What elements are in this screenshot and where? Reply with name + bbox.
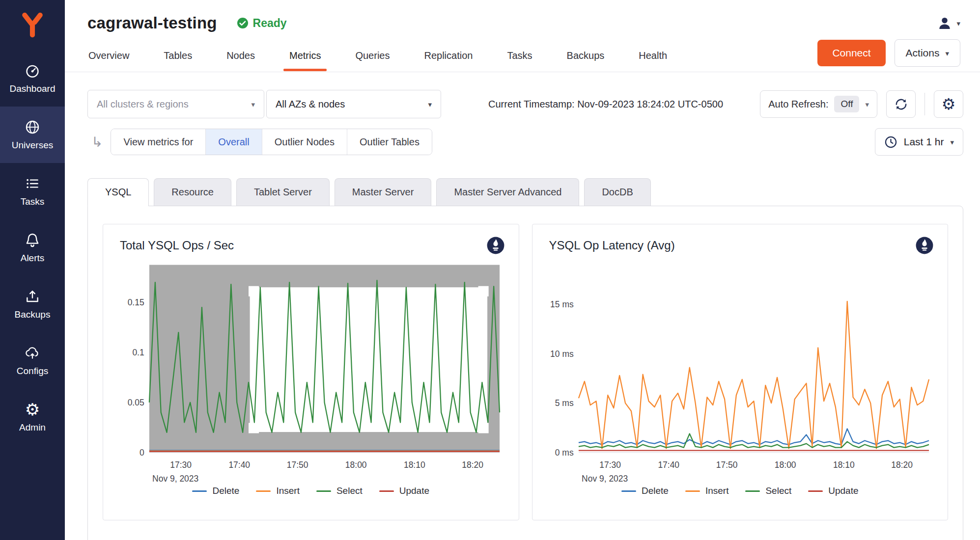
check-circle-icon — [237, 17, 249, 29]
legend-swatch — [316, 490, 331, 492]
azs-nodes-value: All AZs & nodes — [276, 99, 345, 110]
tasks-icon — [25, 175, 40, 192]
sidebar-item-universes[interactable]: Universes — [0, 107, 65, 163]
sidebar-item-backups[interactable]: Backups — [0, 276, 65, 332]
time-range-value: Last 1 hr — [904, 136, 944, 148]
sidebar-item-admin[interactable]: ⚙ Admin — [0, 389, 65, 445]
svg-text:5 ms: 5 ms — [555, 398, 573, 408]
metric-tab-master-server-advanced[interactable]: Master Server Advanced — [436, 178, 579, 206]
actions-button-label: Actions — [906, 47, 940, 59]
svg-text:17:30: 17:30 — [599, 460, 621, 470]
svg-text:15 ms: 15 ms — [550, 299, 574, 309]
svg-text:0.15: 0.15 — [128, 297, 144, 307]
connect-button[interactable]: Connect — [817, 40, 885, 66]
azs-nodes-select[interactable]: All AZs & nodes ▾ — [266, 90, 441, 118]
metric-tab-tablet-server[interactable]: Tablet Server — [236, 178, 330, 206]
metric-tab-ysql[interactable]: YSQL — [87, 178, 149, 206]
chart-header: Total YSQL Ops / Sec — [114, 235, 508, 255]
auto-refresh-value: Off — [834, 96, 859, 112]
clock-icon — [884, 135, 897, 149]
configs-icon — [25, 345, 40, 361]
chart-legend: Delete Insert Select Update — [543, 486, 937, 496]
chart-title: YSQL Op Latency (Avg) — [549, 239, 675, 252]
tab-queries[interactable]: Queries — [354, 40, 391, 71]
tab-replication[interactable]: Replication — [423, 40, 474, 71]
legend-swatch — [621, 490, 636, 492]
legend-swatch — [745, 490, 760, 492]
tab-overview[interactable]: Overview — [87, 40, 130, 71]
ysql-latency-chart[interactable]: 17:3017:4017:5018:0018:1018:200 ms5 ms10… — [543, 257, 937, 485]
metric-tab-docdb[interactable]: DocDB — [584, 178, 650, 206]
svg-text:17:50: 17:50 — [716, 460, 737, 470]
dashboard-icon — [25, 62, 40, 79]
clusters-regions-value: All clusters & regions — [97, 99, 189, 110]
tab-backups[interactable]: Backups — [566, 40, 606, 71]
legend-item-delete[interactable]: Delete — [621, 486, 669, 496]
user-menu-button[interactable]: ▾ — [937, 15, 960, 31]
sidebar-item-dashboard[interactable]: Dashboard — [0, 50, 65, 107]
svg-text:0.1: 0.1 — [132, 348, 144, 357]
svg-text:17:40: 17:40 — [658, 460, 679, 470]
sidebar-item-label: Tasks — [21, 196, 45, 207]
actions-button[interactable]: Actions ▾ — [895, 39, 960, 67]
tab-metrics[interactable]: Metrics — [288, 40, 322, 71]
sidebar-item-tasks[interactable]: Tasks — [0, 163, 65, 219]
legend-item-update[interactable]: Update — [379, 486, 429, 496]
metric-tabs: YSQL Resource Tablet Server Master Serve… — [87, 178, 963, 206]
metric-tab-resource[interactable]: Resource — [154, 178, 231, 206]
refresh-icon — [894, 97, 908, 111]
universes-icon — [25, 119, 40, 135]
sidebar-item-label: Universes — [12, 140, 53, 151]
zoom-selection-overlay[interactable] — [149, 265, 500, 452]
time-range-select[interactable]: Last 1 hr ▾ — [875, 128, 963, 156]
selection-corner-bracket[interactable] — [478, 423, 487, 432]
yugabyte-logo[interactable] — [0, 0, 65, 50]
legend-swatch — [379, 490, 394, 492]
tab-tasks[interactable]: Tasks — [506, 40, 533, 71]
caret-down-icon: ▾ — [950, 138, 954, 146]
legend-item-select[interactable]: Select — [745, 486, 791, 496]
subdirectory-arrow-icon: ↳ — [91, 134, 103, 150]
toggle-overall[interactable]: Overall — [205, 129, 261, 155]
auto-refresh-select[interactable]: Auto Refresh: Off ▾ — [760, 90, 877, 118]
legend-item-insert[interactable]: Insert — [256, 486, 300, 496]
svg-text:0: 0 — [140, 448, 144, 458]
clusters-regions-select[interactable]: All clusters & regions ▾ — [87, 90, 264, 118]
selection-corner-bracket[interactable] — [250, 423, 259, 432]
svg-text:Nov 9, 2023: Nov 9, 2023 — [582, 474, 628, 484]
svg-text:0.05: 0.05 — [128, 398, 144, 407]
chart-title: Total YSQL Ops / Sec — [120, 239, 234, 252]
sidebar-item-alerts[interactable]: Alerts — [0, 219, 65, 276]
toggle-outlier-nodes[interactable]: Outlier Nodes — [262, 129, 347, 155]
legend-swatch — [256, 490, 271, 492]
prometheus-icon[interactable] — [915, 236, 934, 255]
svg-text:17:40: 17:40 — [228, 460, 250, 470]
legend-swatch — [192, 490, 207, 492]
toggle-outlier-tables[interactable]: Outlier Tables — [347, 129, 432, 155]
sidebar-item-configs[interactable]: Configs — [0, 332, 65, 389]
sidebar-item-label: Dashboard — [10, 83, 56, 94]
legend-swatch — [808, 490, 823, 492]
prometheus-icon[interactable] — [486, 236, 505, 255]
selection-corner-bracket[interactable] — [478, 287, 487, 296]
tab-nodes[interactable]: Nodes — [225, 40, 256, 71]
legend-label: Update — [828, 486, 858, 496]
chart-card-ysql-latency: YSQL Op Latency (Avg) 17:3017:4017:5018:… — [532, 224, 949, 520]
legend-item-delete[interactable]: Delete — [192, 486, 239, 496]
legend-item-insert[interactable]: Insert — [685, 486, 729, 496]
selection-corner-bracket[interactable] — [250, 287, 259, 296]
status-text: Ready — [253, 17, 287, 30]
tab-tables[interactable]: Tables — [163, 40, 193, 71]
legend-item-select[interactable]: Select — [316, 486, 363, 496]
tab-health[interactable]: Health — [638, 40, 668, 71]
metric-tab-master-server[interactable]: Master Server — [335, 178, 432, 206]
auto-refresh-label: Auto Refresh: — [768, 99, 828, 110]
admin-gear-icon: ⚙ — [25, 401, 40, 418]
refresh-button[interactable] — [886, 90, 916, 118]
settings-button[interactable]: ⚙ — [934, 90, 963, 118]
legend-label: Insert — [276, 486, 300, 496]
alerts-icon — [25, 232, 40, 248]
legend-item-update[interactable]: Update — [808, 486, 858, 496]
ysql-ops-chart[interactable]: 17:3017:4017:5018:0018:1018:2000.050.10.… — [114, 257, 508, 485]
caret-down-icon: ▾ — [865, 101, 869, 108]
